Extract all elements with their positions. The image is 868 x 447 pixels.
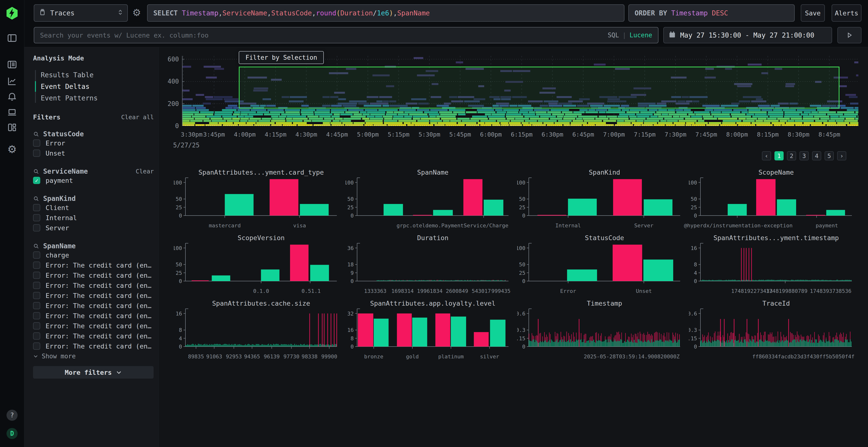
filter-option[interactable]: Error: The credit card (end… — [33, 331, 155, 341]
filter-option[interactable]: Error: The credit card (end… — [33, 341, 155, 351]
histogram-plot[interactable]: 16840 — [174, 308, 338, 353]
search-icon[interactable] — [33, 196, 39, 202]
lucene-toggle[interactable]: Lucene — [629, 32, 652, 39]
checkbox[interactable] — [33, 272, 40, 279]
chevron-updown-icon — [118, 9, 123, 18]
checkbox[interactable] — [33, 312, 40, 319]
user-avatar[interactable]: D — [6, 428, 18, 439]
svg-text:0: 0 — [522, 213, 525, 219]
show-more-link[interactable]: Show more — [33, 353, 155, 360]
filter-option[interactable]: ✓payment — [33, 175, 155, 185]
checkbox[interactable] — [33, 139, 40, 147]
source-select[interactable]: Traces — [34, 4, 128, 22]
checkbox[interactable]: ✓ — [33, 177, 40, 184]
histogram-plot[interactable]: 10050250 — [174, 177, 338, 222]
svg-text:4: 4 — [179, 336, 182, 342]
filter-option[interactable]: Error: The credit card (end… — [33, 270, 155, 280]
pagination-page-2[interactable]: 2 — [787, 151, 796, 161]
filter-option[interactable]: Error: The credit card (end… — [33, 260, 155, 270]
panel-left-icon[interactable] — [7, 33, 18, 43]
pagination-prev-button[interactable]: ‹ — [762, 151, 771, 161]
laptop-icon[interactable] — [7, 107, 18, 117]
pagination-next-button[interactable]: › — [837, 151, 846, 161]
histogram-plot[interactable]: 0.60.30.150 — [689, 308, 853, 353]
language-toggle[interactable]: SQL | Lucene — [608, 32, 652, 39]
query-token: 1e6 — [377, 9, 389, 17]
filter-option[interactable]: Error: The credit card (end… — [33, 290, 155, 301]
save-button[interactable]: Save — [801, 4, 825, 22]
filter-by-selection-tooltip[interactable]: Filter by Selection — [239, 51, 324, 64]
dashboard-icon[interactable] — [7, 122, 18, 133]
pagination-page-3[interactable]: 3 — [800, 151, 809, 161]
line-chart-icon[interactable] — [7, 76, 18, 87]
date-range-picker[interactable]: May 27 15:30:00 - May 27 21:00:00 — [663, 27, 832, 43]
order-by-input[interactable]: ORDER BY Timestamp DESC — [628, 4, 795, 22]
checkbox[interactable] — [33, 292, 40, 299]
clear-filter-link[interactable]: Clear — [136, 168, 154, 175]
reader-icon[interactable] — [7, 59, 18, 70]
filter-option[interactable]: Server — [33, 223, 155, 233]
gear-icon[interactable]: ⚙ — [7, 144, 17, 154]
checkbox[interactable] — [33, 204, 40, 211]
query-settings-gear-icon[interactable]: ⚙ — [132, 8, 141, 18]
histogram-plot[interactable]: 10050250 — [689, 177, 853, 222]
checkbox[interactable] — [33, 214, 40, 221]
histogram-plot[interactable]: 10050250 — [174, 242, 338, 288]
filter-option[interactable]: Error: The credit card (end… — [33, 301, 155, 311]
analysis-mode-item[interactable]: Event Patterns — [35, 92, 155, 104]
filter-option[interactable]: Error: The credit card (end… — [33, 321, 155, 331]
checkbox[interactable] — [33, 282, 40, 289]
histogram-plot[interactable]: 0.60.30.150 — [517, 308, 681, 353]
analysis-mode-item[interactable]: Event Deltas — [35, 81, 155, 92]
help-button-circle: ? — [6, 410, 18, 421]
pagination-page-1[interactable]: 1 — [774, 151, 784, 161]
histogram-plot[interactable]: 10050250 — [517, 242, 681, 288]
filter-option-label: Error — [45, 139, 65, 147]
search-icon[interactable] — [33, 168, 39, 175]
histogram-x-label: 19961834 — [417, 288, 442, 294]
filter-option[interactable]: Unset — [33, 148, 155, 158]
sql-toggle[interactable]: SQL — [608, 32, 619, 39]
svg-text:8: 8 — [179, 327, 182, 333]
checkbox[interactable] — [33, 342, 40, 350]
filter-option[interactable]: Error: The credit card (end… — [33, 311, 155, 321]
histogram-plot[interactable]: 321680 — [345, 308, 509, 353]
search-input[interactable] — [40, 32, 608, 39]
search-icon[interactable] — [33, 243, 39, 249]
histogram-plot[interactable]: 361890 — [345, 242, 509, 288]
histogram-plot[interactable]: 10050250 — [517, 177, 681, 222]
search-icon[interactable] — [33, 131, 39, 137]
checkbox[interactable] — [33, 251, 40, 259]
checkbox[interactable] — [33, 302, 40, 309]
filter-option[interactable]: Error: The credit card (end… — [33, 280, 155, 290]
checkbox[interactable] — [33, 262, 40, 269]
svg-text:0: 0 — [522, 278, 525, 284]
filter-option[interactable]: Internal — [33, 213, 155, 223]
analysis-mode-item[interactable]: Results Table — [35, 69, 155, 81]
filter-option[interactable]: charge — [33, 250, 155, 260]
histogram-x-label: 92953 — [226, 353, 242, 359]
timeline-y-tick: 0 — [162, 122, 179, 130]
histogram-plot[interactable]: 16840 — [689, 242, 853, 288]
bell-icon[interactable] — [7, 92, 18, 102]
alerts-button[interactable]: Alerts — [832, 4, 862, 22]
checkbox[interactable] — [33, 149, 40, 157]
histogram-plot[interactable]: 10050250 — [345, 177, 509, 222]
more-filters-button[interactable]: More filters — [33, 366, 154, 379]
timeline-x-tick: 6:45pm — [572, 131, 594, 138]
filter-option[interactable]: Client — [33, 203, 155, 213]
checkbox[interactable] — [33, 332, 40, 340]
sql-select-input[interactable]: SELECT Timestamp,ServiceName,StatusCode,… — [147, 4, 624, 22]
histogram-x-label: 999435 — [491, 288, 510, 294]
histogram-x-label: bronze — [364, 353, 383, 359]
pagination-page-4[interactable]: 4 — [812, 151, 821, 161]
clear-all-filters-link[interactable]: Clear all — [121, 114, 154, 121]
histogram-x-label: 97730 — [283, 353, 299, 359]
run-query-button[interactable] — [837, 27, 862, 43]
checkbox[interactable] — [33, 224, 40, 232]
topbar: Traces ⚙ SELECT Timestamp,ServiceName,St… — [24, 0, 868, 47]
help-button[interactable]: ? — [6, 410, 18, 421]
filter-option[interactable]: Error — [33, 138, 155, 148]
pagination-page-5[interactable]: 5 — [825, 151, 834, 161]
checkbox[interactable] — [33, 322, 40, 330]
